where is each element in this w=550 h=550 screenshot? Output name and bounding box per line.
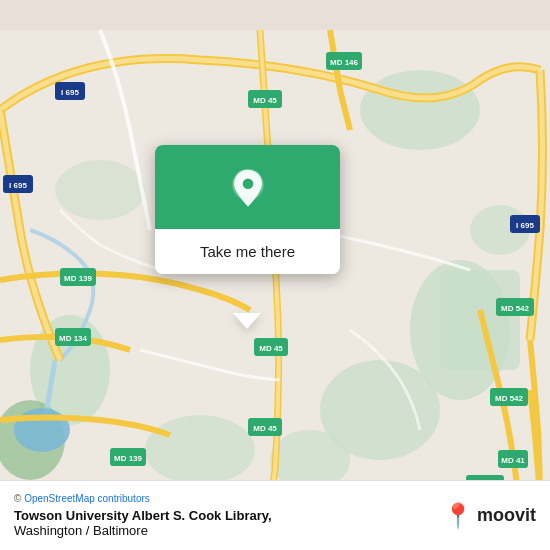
svg-point-1 <box>360 70 480 150</box>
svg-text:MD 45: MD 45 <box>253 96 277 105</box>
svg-text:MD 542: MD 542 <box>501 304 530 313</box>
location-region: Washington / Baltimore <box>14 523 272 538</box>
svg-text:MD 139: MD 139 <box>64 274 93 283</box>
moovit-pin-icon: 📍 <box>443 502 473 530</box>
copyright-symbol: © <box>14 493 21 504</box>
svg-text:MD 45: MD 45 <box>253 424 277 433</box>
popup-tail <box>233 313 261 329</box>
osm-attribution: © OpenStreetMap contributors <box>14 493 272 504</box>
svg-text:I 695: I 695 <box>61 88 79 97</box>
bottom-info: © OpenStreetMap contributors Towson Univ… <box>14 493 272 538</box>
svg-text:MD 45: MD 45 <box>259 344 283 353</box>
svg-point-44 <box>242 178 253 189</box>
map-background: I 695 MD 45 MD 146 MD 139 I 695 MD 134 I… <box>0 0 550 550</box>
take-me-there-button[interactable]: Take me there <box>155 229 340 274</box>
svg-text:I 695: I 695 <box>9 181 27 190</box>
svg-text:I 695: I 695 <box>516 221 534 230</box>
moovit-logo: 📍 moovit <box>443 502 536 530</box>
svg-text:MD 134: MD 134 <box>59 334 88 343</box>
svg-text:MD 41: MD 41 <box>501 456 525 465</box>
location-popup: Take me there <box>155 145 340 274</box>
bottom-bar: © OpenStreetMap contributors Towson Univ… <box>0 480 550 550</box>
svg-text:MD 146: MD 146 <box>330 58 359 67</box>
popup-header <box>155 145 340 229</box>
map-container: I 695 MD 45 MD 146 MD 139 I 695 MD 134 I… <box>0 0 550 550</box>
svg-point-7 <box>55 160 145 220</box>
osm-link[interactable]: OpenStreetMap contributors <box>24 493 150 504</box>
svg-text:MD 139: MD 139 <box>114 454 143 463</box>
location-name: Towson University Albert S. Cook Library… <box>14 508 272 523</box>
moovit-text: moovit <box>477 505 536 526</box>
svg-text:MD 542: MD 542 <box>495 394 524 403</box>
map-pin-icon <box>226 167 270 211</box>
svg-point-8 <box>145 415 255 485</box>
